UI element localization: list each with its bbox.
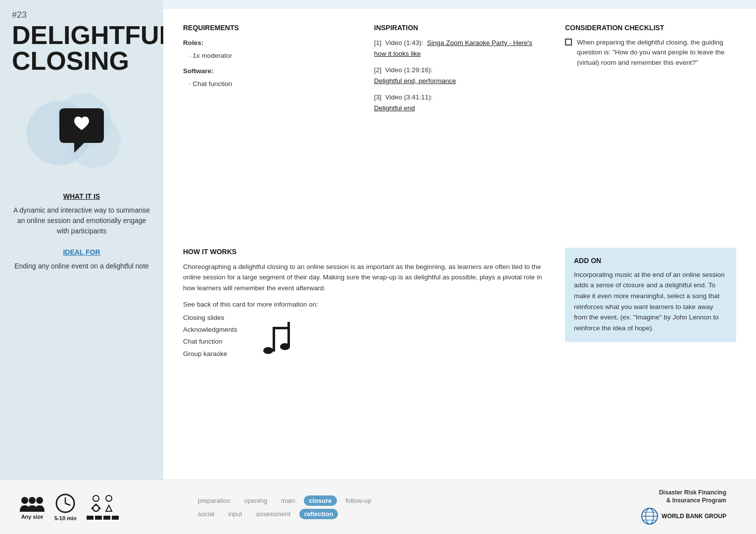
group-size-icon: Any size — [20, 494, 45, 520]
phase-opening: opening — [239, 495, 272, 506]
checklist-body: When preparing the delightful closing, t… — [565, 38, 736, 68]
phase-tags: preparation opening main closure follow-… — [193, 495, 377, 519]
svg-point-6 — [29, 497, 36, 504]
svg-line-10 — [65, 503, 70, 505]
what-it-is-text: A dynamic and interactive way to summari… — [12, 205, 151, 236]
bullet-4: Group karaoke — [183, 348, 237, 360]
wb-title: Disaster Risk Financing& Insurance Progr… — [659, 489, 726, 504]
complexity-icon — [87, 494, 119, 520]
svg-rect-1 — [273, 327, 275, 352]
what-it-is-section: WHAT IT IS A dynamic and interactive way… — [12, 192, 151, 236]
add-on-title: ADD ON — [574, 257, 727, 265]
world-bank-logo: Disaster Risk Financing& Insurance Progr… — [641, 489, 726, 525]
sidebar: #23 DELIGHTFUL CLOSING WHAT IT IS A dyna… — [0, 0, 163, 480]
ideal-for-section: IDEAL FOR Ending any online event on a d… — [12, 248, 151, 271]
how-it-works-grid: Closing slides Acknowledgments Chat func… — [183, 312, 545, 361]
how-it-works-section: HOW IT WORKS Choreographing a delightful… — [183, 248, 545, 480]
footer: Any size 5-10 min — [0, 480, 756, 534]
main-content: REQUIREMENTS Roles: 1x moderator Softwar… — [163, 0, 756, 480]
footer-content: preparation opening main closure follow-… — [183, 489, 736, 525]
add-on-text: Incorporating music at the end of an onl… — [574, 269, 727, 334]
svg-point-7 — [36, 497, 43, 504]
phase-follow-up: follow-up — [341, 495, 377, 506]
icon-area — [12, 89, 151, 178]
what-it-is-heading: WHAT IT IS — [12, 192, 151, 200]
time-icon: 5-10 min — [54, 493, 77, 521]
phase-input: input — [223, 509, 247, 519]
requirements-body: Roles: 1x moderator Software: Chat funct… — [183, 38, 354, 89]
checkbox-icon[interactable] — [565, 39, 572, 45]
phase-row-1: preparation opening main closure follow-… — [193, 495, 377, 506]
bullet-2: Acknowledgments — [183, 324, 237, 336]
roles-label: Roles: — [183, 38, 354, 48]
phase-main: main — [276, 495, 300, 506]
checklist-section: CONSIDERATION CHECKLIST When preparing t… — [565, 24, 736, 238]
svg-point-12 — [106, 495, 112, 501]
how-it-works-bullets: Closing slides Acknowledgments Chat func… — [183, 312, 237, 361]
size-label: Any size — [21, 514, 44, 520]
inspiration-body: [1] Video (1:43): Singa Zoom Karaoke Par… — [374, 38, 545, 114]
chat-heart-icon — [54, 108, 109, 158]
svg-point-0 — [263, 347, 273, 354]
inspiration-item-1: [1] Video (1:43): Singa Zoom Karaoke Par… — [374, 38, 545, 59]
checklist-title: CONSIDERATION CHECKLIST — [565, 24, 736, 32]
ideal-for-heading: IDEAL FOR — [12, 248, 151, 256]
footer-left: Any size 5-10 min — [20, 493, 183, 521]
card-number: #23 — [12, 10, 151, 20]
role-item: 1x moderator — [189, 50, 354, 61]
inspiration-item-3: [3] Video (3:41:11): Delightful end — [374, 92, 545, 113]
svg-point-11 — [93, 495, 99, 501]
software-label: Software: — [183, 66, 354, 77]
inspiration-section: INSPIRATION [1] Video (1:43): Singa Zoom… — [374, 24, 545, 238]
wb-brand-text: WORLD BANK GROUP — [662, 513, 726, 520]
requirements-section: REQUIREMENTS Roles: 1x moderator Softwar… — [183, 24, 354, 238]
wb-logo-row: WORLD BANK GROUP — [641, 507, 726, 525]
how-it-works-title: HOW IT WORKS — [183, 248, 545, 256]
bullet-3: Chat function — [183, 336, 237, 348]
phase-social: social — [193, 509, 219, 519]
bullet-1: Closing slides — [183, 312, 237, 324]
music-note-icon — [257, 312, 307, 361]
card-title: DELIGHTFUL CLOSING — [12, 22, 151, 74]
add-on-box: ADD ON Incorporating music at the end of… — [565, 248, 736, 343]
inspiration-link-3[interactable]: Delightful end — [374, 104, 415, 112]
checklist-item-text: When preparing the delightful closing, t… — [577, 38, 736, 68]
ideal-for-text: Ending any online event on a delightful … — [12, 261, 151, 271]
svg-rect-4 — [287, 322, 290, 348]
top-bar — [163, 0, 756, 9]
music-icon-area — [257, 312, 307, 361]
inspiration-title: INSPIRATION — [374, 24, 545, 32]
inspiration-item-2: [2] Video (1:29:16): Delightful end, per… — [374, 65, 545, 86]
svg-point-5 — [21, 497, 28, 504]
wb-globe-icon — [641, 507, 659, 525]
phase-assessment: assessment — [251, 509, 295, 519]
phase-reflection: reflection — [299, 509, 338, 519]
how-it-works-text: Choreographing a delightful closing to a… — [183, 262, 545, 294]
requirements-title: REQUIREMENTS — [183, 24, 354, 32]
inspiration-link-2[interactable]: Delightful end, performance — [374, 77, 456, 85]
checklist-item-1: When preparing the delightful closing, t… — [565, 38, 736, 68]
phase-row-2: social input assessment reflection — [193, 509, 377, 519]
software-item: Chat function — [189, 79, 354, 89]
svg-marker-14 — [106, 505, 112, 511]
phase-preparation: preparation — [193, 495, 236, 506]
add-on-section: ADD ON Incorporating music at the end of… — [565, 248, 736, 480]
phase-closure: closure — [304, 495, 336, 506]
time-label: 5-10 min — [54, 515, 77, 521]
how-it-works-see: See back of this card for more informati… — [183, 301, 545, 308]
content-body: REQUIREMENTS Roles: 1x moderator Softwar… — [163, 9, 756, 480]
